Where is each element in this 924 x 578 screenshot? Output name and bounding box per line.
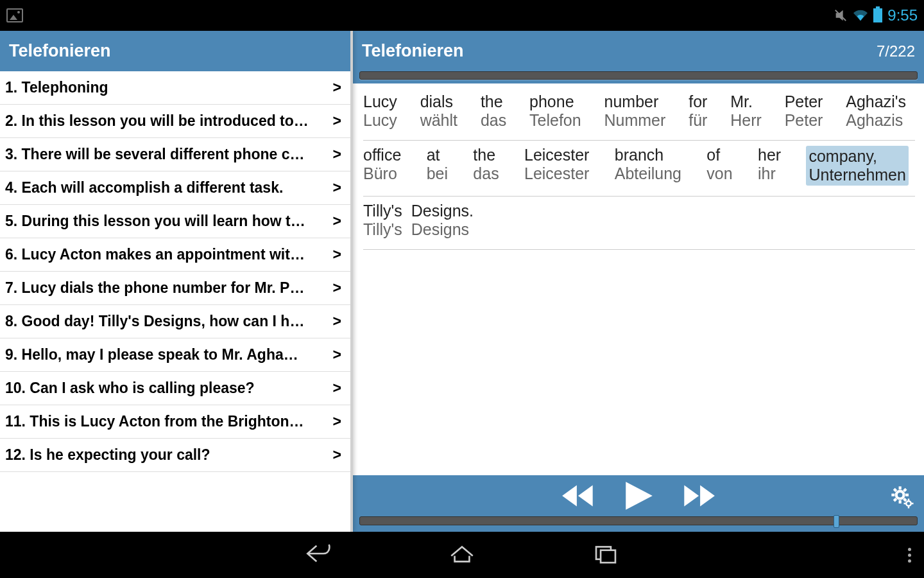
chevron-right-icon: >: [333, 313, 341, 330]
word-translation: für: [689, 111, 707, 130]
svg-rect-16: [908, 499, 910, 501]
rewind-button[interactable]: [560, 481, 599, 511]
detail-pane: Telefonieren 7/222 LucyLucydialswähltthe…: [353, 31, 924, 532]
list-item-label: 4. Each will accomplish a different task…: [5, 179, 289, 197]
list-item[interactable]: 12. Is he expecting your call?>: [0, 439, 350, 472]
list-item[interactable]: 7. Lucy dials the phone number for Mr. P…: [0, 272, 350, 305]
word-translation: Büro: [363, 164, 397, 183]
translation-line: LucyLucydialswähltthedasphoneTelefonnumb…: [363, 87, 915, 137]
left-pane-title: Telefonieren: [0, 31, 350, 71]
notification-image-icon: [6, 8, 23, 22]
word-pair[interactable]: thedas: [473, 146, 499, 186]
word-source: of: [706, 146, 720, 164]
list-item-label: 9. Hello, may I please speak to Mr. Agha…: [5, 346, 305, 363]
chevron-right-icon: >: [333, 112, 341, 130]
word-pair[interactable]: branchAbteilung: [615, 146, 681, 186]
play-button[interactable]: [617, 479, 660, 512]
playback-thumb[interactable]: [834, 515, 839, 528]
word-pair[interactable]: LeicesterLeicester: [524, 146, 589, 186]
svg-point-6: [896, 491, 904, 499]
lesson-list[interactable]: 1. Telephoning>2. In this lesson you wil…: [0, 71, 350, 532]
svg-rect-21: [601, 550, 615, 563]
svg-marker-2: [562, 485, 577, 506]
status-clock: 9:55: [887, 6, 918, 24]
word-pair[interactable]: numberNummer: [604, 92, 666, 130]
word-translation: bei: [427, 164, 448, 183]
list-item[interactable]: 2. In this lesson you will be introduced…: [0, 105, 350, 138]
app-content: Telefonieren 1. Telephoning>2. In this l…: [0, 31, 924, 532]
word-translation: das: [473, 164, 499, 183]
word-source: the: [481, 92, 503, 111]
list-item[interactable]: 5. During this lesson you will learn how…: [0, 205, 350, 238]
word-pair[interactable]: PeterPeter: [785, 92, 823, 130]
list-item-label: 1. Telephoning: [5, 79, 115, 96]
list-item[interactable]: 11. This is Lucy Acton from the Brighton…: [0, 405, 350, 439]
word-translation: Aghazis: [846, 111, 903, 130]
svg-rect-17: [908, 506, 910, 508]
list-item[interactable]: 9. Hello, may I please speak to Mr. Agha…: [0, 338, 350, 372]
word-translation: Abteilung: [615, 164, 681, 183]
word-pair[interactable]: phoneTelefon: [529, 92, 581, 130]
word-translation: Leicester: [524, 164, 589, 183]
lesson-list-pane: Telefonieren 1. Telephoning>2. In this l…: [0, 31, 353, 532]
word-pair[interactable]: thedas: [481, 92, 506, 130]
word-pair[interactable]: Tilly'sTilly's: [363, 202, 402, 239]
word-source: Tilly's: [363, 202, 402, 220]
left-title-text: Telefonieren: [9, 41, 111, 61]
word-pair[interactable]: forfür: [689, 92, 707, 130]
word-pair[interactable]: dialswählt: [420, 92, 458, 130]
word-source: Peter: [785, 92, 823, 111]
list-item-label: 10. Can I ask who is calling please?: [5, 380, 261, 397]
word-pair[interactable]: officeBüro: [363, 146, 401, 186]
word-pair[interactable]: herihr: [758, 146, 781, 186]
list-item[interactable]: 4. Each will accomplish a different task…: [0, 171, 350, 205]
overflow-menu-button[interactable]: [908, 548, 911, 563]
word-translation: Designs: [411, 220, 469, 239]
word-pair[interactable]: Designs.Designs: [411, 202, 474, 239]
word-source: phone: [529, 92, 574, 111]
word-translation: Unternehmen: [809, 166, 905, 184]
word-source: Mr.: [730, 92, 753, 111]
word-pair[interactable]: Aghazi'sAghazis: [846, 92, 906, 130]
word-source: the: [473, 146, 495, 164]
settings-button[interactable]: [889, 484, 915, 512]
list-item-label: 6. Lucy Acton makes an appointment wit…: [5, 246, 311, 263]
playback-progress-bar[interactable]: [359, 516, 918, 525]
translation-line: Tilly'sTilly'sDesigns.Designs: [363, 196, 915, 247]
list-item[interactable]: 6. Lucy Acton makes an appointment wit…>: [0, 238, 350, 272]
svg-rect-9: [891, 494, 894, 496]
list-item-label: 12. Is he expecting your call?: [5, 446, 217, 464]
sentence-counter: 7/222: [877, 42, 915, 60]
mute-icon: [834, 8, 848, 22]
list-item-label: 7. Lucy dials the phone number for Mr. P…: [5, 279, 311, 297]
list-item-label: 5. During this lesson you will learn how…: [5, 213, 312, 230]
list-item-label: 8. Good day! Tilly's Designs, how can I …: [5, 313, 311, 330]
word-translation: ihr: [758, 164, 776, 183]
word-translation: Tilly's: [363, 220, 402, 239]
home-button[interactable]: [448, 542, 476, 568]
forward-button[interactable]: [678, 481, 717, 511]
word-pair[interactable]: atbei: [427, 146, 448, 186]
word-pair[interactable]: LucyLucy: [363, 92, 397, 130]
top-progress-bar[interactable]: [359, 71, 918, 80]
word-translation: das: [481, 111, 506, 130]
list-item[interactable]: 3. There will be several different phone…: [0, 138, 350, 171]
chevron-right-icon: >: [333, 279, 341, 297]
list-item-label: 11. This is Lucy Acton from the Brighton…: [5, 413, 311, 430]
back-button[interactable]: [304, 542, 332, 568]
chevron-right-icon: >: [333, 146, 341, 163]
word-source: company,: [809, 147, 877, 166]
recents-button[interactable]: [592, 542, 620, 568]
word-source: at: [427, 146, 440, 164]
list-item[interactable]: 1. Telephoning>: [0, 71, 350, 105]
word-pair[interactable]: Mr.Herr: [730, 92, 762, 130]
word-pair[interactable]: ofvon: [706, 146, 732, 186]
svg-rect-18: [904, 503, 906, 505]
list-item[interactable]: 10. Can I ask who is calling please?>: [0, 372, 350, 405]
word-translation: Peter: [785, 111, 823, 130]
word-pair[interactable]: company,Unternehmen: [806, 146, 908, 186]
android-status-bar: 9:55: [0, 0, 924, 31]
right-title-text: Telefonieren: [362, 41, 464, 61]
list-item[interactable]: 8. Good day! Tilly's Designs, how can I …: [0, 305, 350, 338]
svg-point-15: [906, 501, 911, 506]
